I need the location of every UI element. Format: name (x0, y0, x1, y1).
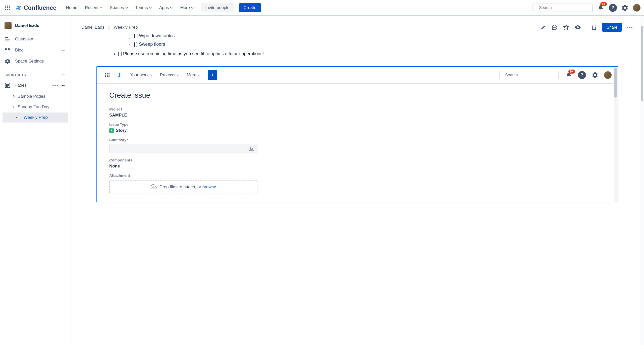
jira-embed: Your work Projects More + 9+ ? (96, 66, 618, 202)
profile-avatar[interactable] (633, 4, 640, 12)
sidebar-blog[interactable]: Blog (0, 45, 71, 56)
shortcuts-section-header: SHORTCUTS (0, 67, 71, 80)
jira-profile-avatar[interactable] (604, 71, 612, 79)
task-item: [ ] Wipe down tables (129, 34, 633, 40)
pages-icon (5, 82, 11, 88)
jira-notification-badge: 9+ (568, 70, 575, 74)
jira-nav-projects[interactable]: Projects (157, 71, 182, 79)
comment-icon[interactable] (551, 24, 558, 31)
jira-form-title: Create issue (109, 91, 606, 99)
sidebar-space-settings[interactable]: Space Settings (0, 56, 71, 67)
pages-more-icon[interactable]: ••• (52, 83, 59, 88)
summary-helper-icon[interactable] (249, 147, 254, 151)
main-scrollbar[interactable] (640, 16, 644, 345)
search-icon (536, 6, 536, 10)
space-sidebar: Daniel Eads Overview Blog Space Settings… (0, 16, 71, 345)
jira-nav-more[interactable]: More (184, 71, 203, 79)
global-search[interactable] (532, 4, 593, 12)
project-value: SAMPLE (109, 113, 606, 118)
chevron-right-icon (13, 95, 15, 98)
product-name: Confluence (24, 4, 57, 11)
jira-nav-your-work[interactable]: Your work (127, 71, 155, 79)
notification-badge: 9+ (600, 2, 607, 6)
task-item: [ ] Sweep floors (129, 40, 633, 49)
nav-spaces[interactable]: Spaces (107, 3, 131, 12)
help-icon[interactable]: ? (609, 4, 617, 12)
svg-rect-18 (593, 27, 596, 29)
embed-scrollbar[interactable] (614, 67, 618, 202)
overview-icon (5, 36, 11, 42)
svg-point-17 (555, 27, 556, 28)
components-label: Components (109, 158, 606, 162)
browse-link[interactable]: browse (202, 185, 216, 189)
invite-people-button[interactable]: Invite people (201, 3, 234, 12)
nav-recent[interactable]: Recent (82, 3, 105, 12)
watch-icon[interactable] (574, 24, 581, 31)
upload-cloud-icon (149, 184, 157, 190)
jira-search[interactable] (499, 71, 559, 79)
edit-icon[interactable] (540, 24, 547, 31)
summary-input[interactable] (109, 144, 257, 153)
more-actions-icon[interactable]: ••• (626, 24, 633, 31)
svg-line-1 (536, 8, 536, 8)
search-input[interactable] (539, 6, 589, 10)
confluence-logo[interactable]: Confluence (15, 4, 57, 11)
attachment-label: Attachment (109, 173, 606, 178)
svg-point-16 (554, 27, 555, 28)
tree-item-sunday-fun-day[interactable]: Sunday Fun Day (3, 102, 68, 112)
tree-item-weekly-prep[interactable]: Weekly Prep (3, 112, 68, 123)
breadcrumb-page[interactable]: Weekly Prep (114, 25, 138, 30)
svg-point-15 (553, 27, 554, 28)
jira-help-icon[interactable]: ? (578, 71, 586, 79)
page-content: [ ] Wipe down tables [ ] Sweep floors [ … (122, 34, 633, 59)
jira-create-button[interactable]: + (208, 70, 217, 80)
settings-icon[interactable] (621, 4, 629, 12)
task-item: [ ] Please use remaining time as you see… (118, 49, 633, 59)
gear-icon (5, 58, 11, 64)
story-icon (109, 128, 114, 133)
sidebar-pages[interactable]: Pages ••• (0, 80, 71, 91)
project-label: Project (109, 107, 606, 111)
star-icon[interactable] (563, 24, 570, 31)
app-switcher-icon[interactable] (4, 4, 12, 12)
issuetype-value: Story (116, 128, 127, 133)
components-value: None (109, 164, 606, 169)
jira-app-switcher-icon[interactable] (103, 71, 111, 79)
space-avatar (5, 22, 12, 29)
jira-settings-icon[interactable] (591, 71, 599, 79)
jira-create-issue-form: Create issue Project SAMPLE Issue Type S… (97, 84, 618, 202)
nav-home[interactable]: Home (63, 3, 80, 12)
nav-apps[interactable]: Apps (156, 3, 176, 12)
issuetype-label: Issue Type (109, 122, 606, 127)
global-nav: Confluence Home Recent Spaces Teams Apps… (0, 0, 644, 16)
add-page-icon[interactable] (60, 82, 66, 88)
add-shortcut-icon[interactable] (60, 72, 66, 78)
notifications-icon[interactable]: 9+ (597, 4, 605, 12)
jira-nav: Your work Projects More + 9+ ? (97, 67, 618, 84)
share-button[interactable]: Share (602, 23, 622, 32)
nav-teams[interactable]: Teams (132, 3, 155, 12)
space-name: Daniel Eads (15, 23, 39, 28)
add-blog-icon[interactable] (60, 47, 66, 53)
main-content-area: Daniel Eads / Weekly Prep Share ••• [ ] … (71, 16, 644, 345)
blog-icon (5, 47, 11, 53)
breadcrumb-space[interactable]: Daniel Eads (81, 25, 104, 30)
svg-point-22 (250, 148, 251, 149)
summary-label: Summary* (109, 138, 606, 142)
nav-more[interactable]: More (177, 3, 197, 12)
svg-point-0 (536, 8, 536, 8)
space-header[interactable]: Daniel Eads (0, 20, 71, 34)
create-button[interactable]: Create (239, 3, 261, 12)
chevron-right-icon (13, 106, 15, 108)
page-header: Daniel Eads / Weekly Prep Share ••• (71, 16, 644, 36)
jira-logo-icon[interactable] (117, 72, 123, 78)
jira-search-input[interactable] (505, 73, 555, 77)
jira-notifications-icon[interactable]: 9+ (565, 71, 573, 79)
breadcrumb: Daniel Eads / Weekly Prep (81, 25, 138, 30)
sidebar-overview[interactable]: Overview (0, 34, 71, 45)
restrictions-icon[interactable] (591, 24, 598, 31)
page-actions: Share ••• (540, 23, 633, 32)
tree-item-sample-pages[interactable]: Sample Pages (3, 91, 68, 101)
attachment-dropzone[interactable]: Drop files to attach, or browse. (109, 180, 257, 194)
